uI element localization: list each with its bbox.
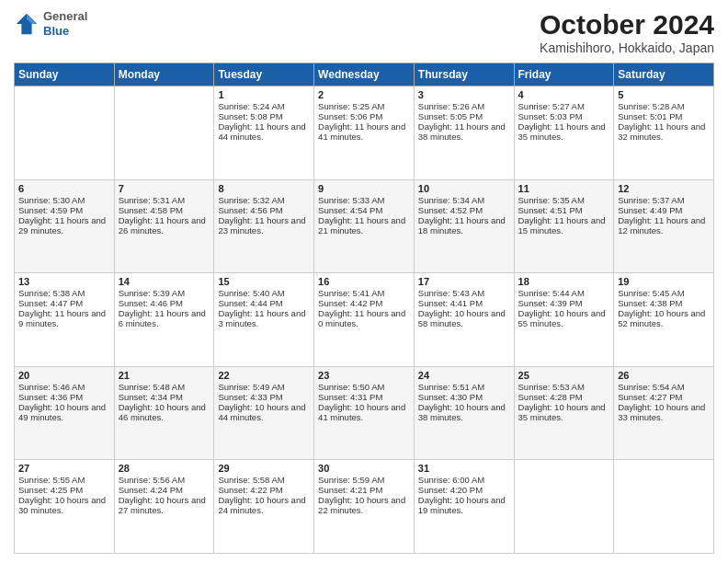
col-tuesday: Tuesday — [214, 63, 314, 86]
daylight-text: Daylight: 11 hours and 41 minutes. — [318, 121, 410, 142]
day-number: 18 — [518, 276, 610, 287]
sunset-text: Sunset: 4:54 PM — [318, 205, 410, 215]
daylight-text: Daylight: 10 hours and 27 minutes. — [119, 495, 210, 515]
daylight-text: Daylight: 11 hours and 3 minutes. — [218, 308, 310, 328]
sunset-text: Sunset: 4:34 PM — [119, 392, 210, 402]
sunrise-text: Sunrise: 6:00 AM — [418, 475, 510, 485]
calendar-cell: 14Sunrise: 5:39 AMSunset: 4:46 PMDayligh… — [114, 273, 214, 367]
sunset-text: Sunset: 4:47 PM — [18, 298, 110, 308]
sunrise-text: Sunrise: 5:50 AM — [318, 382, 410, 392]
sunrise-text: Sunrise: 5:49 AM — [218, 382, 310, 392]
sunset-text: Sunset: 4:33 PM — [218, 392, 310, 402]
sunset-text: Sunset: 4:49 PM — [618, 205, 710, 215]
calendar-cell: 12Sunrise: 5:37 AMSunset: 4:49 PMDayligh… — [614, 179, 714, 273]
sunrise-text: Sunrise: 5:24 AM — [218, 101, 310, 111]
calendar-header-row: Sunday Monday Tuesday Wednesday Thursday… — [15, 63, 714, 86]
daylight-text: Daylight: 11 hours and 21 minutes. — [318, 215, 410, 236]
day-number: 17 — [418, 276, 510, 287]
daylight-text: Daylight: 10 hours and 19 minutes. — [418, 495, 510, 515]
main-container: General Blue October 2024 Kamishihoro, H… — [0, 0, 728, 563]
calendar-cell: 18Sunrise: 5:44 AMSunset: 4:39 PMDayligh… — [514, 273, 614, 367]
sunrise-text: Sunrise: 5:33 AM — [318, 195, 410, 205]
col-saturday: Saturday — [614, 63, 714, 86]
header: General Blue October 2024 Kamishihoro, H… — [14, 9, 714, 55]
daylight-text: Daylight: 11 hours and 44 minutes. — [218, 121, 310, 142]
calendar-cell: 7Sunrise: 5:31 AMSunset: 4:58 PMDaylight… — [114, 179, 214, 273]
day-number: 28 — [119, 463, 210, 474]
calendar-cell — [614, 460, 714, 554]
sunrise-text: Sunrise: 5:32 AM — [218, 195, 310, 205]
day-number: 10 — [418, 183, 510, 194]
day-number: 9 — [318, 183, 410, 194]
calendar-week-row: 27Sunrise: 5:55 AMSunset: 4:25 PMDayligh… — [15, 460, 714, 554]
day-number: 19 — [618, 276, 710, 287]
sunrise-text: Sunrise: 5:35 AM — [518, 195, 610, 205]
col-monday: Monday — [114, 63, 214, 86]
calendar-cell: 16Sunrise: 5:41 AMSunset: 4:42 PMDayligh… — [314, 273, 415, 367]
calendar-cell: 11Sunrise: 5:35 AMSunset: 4:51 PMDayligh… — [514, 179, 614, 273]
calendar-week-row: 20Sunrise: 5:46 AMSunset: 4:36 PMDayligh… — [15, 366, 714, 460]
sunset-text: Sunset: 5:06 PM — [318, 111, 410, 121]
sunrise-text: Sunrise: 5:30 AM — [18, 195, 110, 205]
sunset-text: Sunset: 4:28 PM — [518, 392, 610, 402]
sunset-text: Sunset: 4:51 PM — [518, 205, 610, 215]
sunrise-text: Sunrise: 5:51 AM — [418, 382, 510, 392]
calendar-cell: 23Sunrise: 5:50 AMSunset: 4:31 PMDayligh… — [314, 366, 415, 460]
day-number: 4 — [518, 89, 610, 100]
sunset-text: Sunset: 4:30 PM — [418, 392, 510, 402]
daylight-text: Daylight: 11 hours and 26 minutes. — [119, 215, 210, 236]
day-number: 8 — [218, 183, 310, 194]
logo: General Blue — [14, 9, 87, 38]
calendar-cell: 26Sunrise: 5:54 AMSunset: 4:27 PMDayligh… — [614, 366, 714, 460]
calendar-cell: 1Sunrise: 5:24 AMSunset: 5:08 PMDaylight… — [214, 86, 314, 180]
calendar-cell: 20Sunrise: 5:46 AMSunset: 4:36 PMDayligh… — [15, 366, 115, 460]
title-block: October 2024 Kamishihoro, Hokkaido, Japa… — [540, 9, 714, 55]
calendar-cell — [514, 460, 614, 554]
daylight-text: Daylight: 11 hours and 0 minutes. — [318, 308, 410, 328]
daylight-text: Daylight: 10 hours and 38 minutes. — [418, 402, 510, 422]
calendar-cell: 8Sunrise: 5:32 AMSunset: 4:56 PMDaylight… — [214, 179, 314, 273]
day-number: 22 — [218, 370, 310, 381]
calendar-cell — [15, 86, 115, 180]
sunset-text: Sunset: 4:36 PM — [18, 392, 110, 402]
calendar-cell: 17Sunrise: 5:43 AMSunset: 4:41 PMDayligh… — [414, 273, 514, 367]
col-wednesday: Wednesday — [314, 63, 415, 86]
sunrise-text: Sunrise: 5:55 AM — [18, 475, 110, 485]
sunset-text: Sunset: 4:42 PM — [318, 298, 410, 308]
day-number: 21 — [119, 370, 210, 381]
day-number: 5 — [618, 89, 710, 100]
calendar-cell: 25Sunrise: 5:53 AMSunset: 4:28 PMDayligh… — [514, 366, 614, 460]
calendar-cell: 9Sunrise: 5:33 AMSunset: 4:54 PMDaylight… — [314, 179, 415, 273]
sunrise-text: Sunrise: 5:27 AM — [518, 101, 610, 111]
daylight-text: Daylight: 10 hours and 49 minutes. — [18, 402, 110, 422]
sunrise-text: Sunrise: 5:54 AM — [618, 382, 710, 392]
calendar-subtitle: Kamishihoro, Hokkaido, Japan — [540, 40, 714, 55]
sunrise-text: Sunrise: 5:37 AM — [618, 195, 710, 205]
sunset-text: Sunset: 4:21 PM — [318, 485, 410, 495]
sunrise-text: Sunrise: 5:59 AM — [318, 475, 410, 485]
daylight-text: Daylight: 11 hours and 6 minutes. — [119, 308, 210, 328]
calendar-cell: 10Sunrise: 5:34 AMSunset: 4:52 PMDayligh… — [414, 179, 514, 273]
col-sunday: Sunday — [15, 63, 115, 86]
calendar-cell — [114, 86, 214, 180]
calendar-week-row: 1Sunrise: 5:24 AMSunset: 5:08 PMDaylight… — [15, 86, 714, 180]
calendar-title: October 2024 — [540, 9, 714, 40]
daylight-text: Daylight: 11 hours and 38 minutes. — [418, 121, 510, 142]
calendar-cell: 29Sunrise: 5:58 AMSunset: 4:22 PMDayligh… — [214, 460, 314, 554]
daylight-text: Daylight: 11 hours and 12 minutes. — [618, 215, 710, 236]
day-number: 30 — [318, 463, 410, 474]
day-number: 11 — [518, 183, 610, 194]
daylight-text: Daylight: 11 hours and 32 minutes. — [618, 121, 710, 142]
day-number: 29 — [218, 463, 310, 474]
sunrise-text: Sunrise: 5:31 AM — [119, 195, 210, 205]
daylight-text: Daylight: 10 hours and 22 minutes. — [318, 495, 410, 515]
sunrise-text: Sunrise: 5:26 AM — [418, 101, 510, 111]
daylight-text: Daylight: 11 hours and 35 minutes. — [518, 121, 610, 142]
daylight-text: Daylight: 10 hours and 44 minutes. — [218, 402, 310, 422]
sunrise-text: Sunrise: 5:43 AM — [418, 288, 510, 298]
day-number: 3 — [418, 89, 510, 100]
calendar-cell: 4Sunrise: 5:27 AMSunset: 5:03 PMDaylight… — [514, 86, 614, 180]
sunrise-text: Sunrise: 5:39 AM — [119, 288, 210, 298]
day-number: 16 — [318, 276, 410, 287]
sunrise-text: Sunrise: 5:28 AM — [618, 101, 710, 111]
